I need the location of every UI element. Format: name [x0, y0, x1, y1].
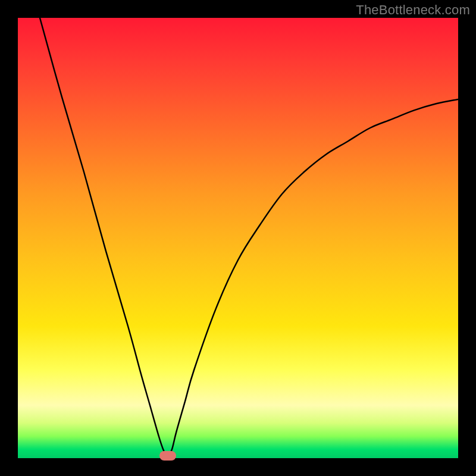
plot-area — [18, 18, 458, 458]
bottleneck-curve — [18, 18, 458, 458]
chart-frame: TheBottleneck.com — [0, 0, 476, 476]
minimum-marker — [159, 451, 176, 461]
attribution-text: TheBottleneck.com — [356, 2, 470, 18]
